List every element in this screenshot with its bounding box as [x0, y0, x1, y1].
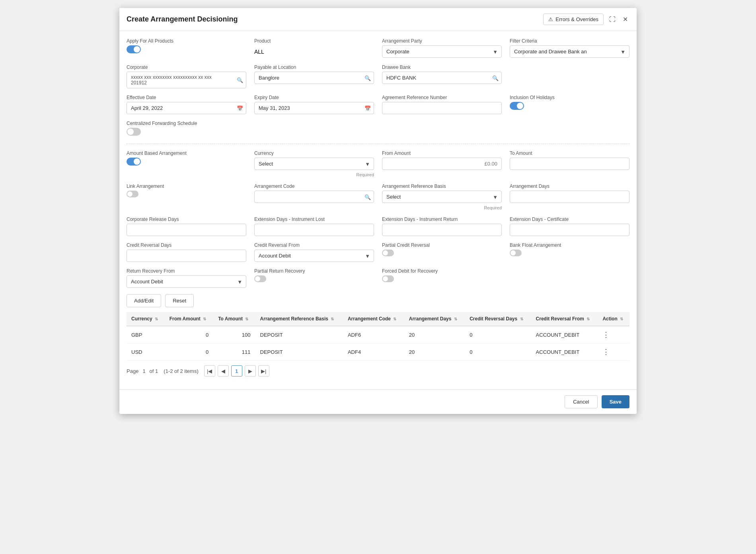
arrangement-code-search-icon[interactable]: 🔍 [364, 194, 371, 200]
arrangement-ref-basis-select[interactable]: Select [382, 191, 502, 203]
amount-based-label: Amount Based Arrangement [127, 150, 246, 156]
centralized-forwarding-group: Centralized Forwarding Schedule [127, 121, 250, 136]
forced-debit-toggle[interactable] [382, 275, 502, 282]
expiry-date-group: Expiry Date 📅 [254, 95, 374, 114]
bank-float-switch[interactable] [510, 250, 522, 256]
col-arrangement-code[interactable]: Arrangement Code ⇅ [343, 312, 404, 326]
partial-return-recovery-toggle[interactable] [254, 275, 374, 282]
currency-required: Required [254, 172, 374, 177]
col-credit-reversal-days[interactable]: Credit Reversal Days ⇅ [465, 312, 531, 326]
currency-label: Currency [254, 150, 374, 156]
col-to-amount[interactable]: To Amount ⇅ [213, 312, 255, 326]
col-arrangement-ref-basis[interactable]: Arrangement Reference Basis ⇅ [255, 312, 343, 326]
col-action[interactable]: Action ⇅ [598, 312, 629, 326]
row-action-menu-button[interactable]: ⋮ [602, 330, 610, 339]
errors-overrides-button[interactable]: ⚠ Errors & Overrides [543, 14, 604, 25]
credit-reversal-days-input[interactable] [127, 250, 246, 262]
filter-criteria-select[interactable]: Corporate and Drawee Bank an [510, 45, 629, 58]
save-button[interactable]: Save [602, 395, 629, 408]
next-page-button[interactable]: ▶ [245, 365, 256, 376]
sort-icon-arrangement-days: ⇅ [454, 317, 457, 321]
centralized-forwarding-label: Centralized Forwarding Schedule [127, 121, 250, 126]
sort-icon-from-amount: ⇅ [203, 317, 206, 321]
inclusion-holidays-toggle[interactable] [510, 102, 629, 110]
placeholder-group-3 [510, 268, 629, 288]
expiry-date-calendar-icon[interactable]: 📅 [364, 105, 371, 111]
extension-instrument-lost-label: Extension Days - Instrument Lost [254, 217, 374, 222]
extension-certificate-input[interactable] [510, 224, 629, 236]
amount-based-switch[interactable] [127, 158, 141, 166]
arrangement-row-1: Amount Based Arrangement Currency Select… [127, 150, 629, 177]
partial-credit-reversal-toggle[interactable] [382, 250, 502, 256]
col-from-amount[interactable]: From Amount ⇅ [165, 312, 213, 326]
currency-select[interactable]: Select [254, 158, 374, 170]
extension-instrument-return-input[interactable] [382, 224, 502, 236]
link-arrangement-toggle[interactable] [127, 191, 246, 197]
row-4: Centralized Forwarding Schedule [127, 121, 629, 136]
cell-from-amount: 0 [165, 326, 213, 343]
apply-all-products-toggle[interactable] [127, 45, 246, 53]
credit-reversal-from-group: Credit Reversal From Account Debit ▼ [254, 242, 374, 262]
col-currency[interactable]: Currency ⇅ [127, 312, 165, 326]
col-arrangement-days[interactable]: Arrangement Days ⇅ [404, 312, 465, 326]
arrangement-code-input[interactable] [254, 191, 374, 203]
drawee-bank-search-icon[interactable]: 🔍 [492, 75, 499, 81]
credit-reversal-from-select[interactable]: Account Debit [254, 250, 374, 262]
to-amount-input[interactable] [510, 158, 629, 170]
arrangement-row-3: Corporate Release Days Extension Days - … [127, 217, 629, 236]
modal-footer: Cancel Save [119, 389, 637, 414]
partial-return-recovery-switch[interactable] [254, 275, 266, 282]
return-recovery-from-select[interactable]: Account Debit [127, 275, 246, 288]
bank-float-toggle[interactable] [510, 250, 629, 256]
centralized-forwarding-toggle[interactable] [127, 128, 250, 136]
search-icon[interactable]: 🔍 [237, 77, 243, 83]
link-arrangement-switch[interactable] [127, 191, 138, 197]
agreement-ref-input[interactable] [382, 102, 502, 114]
centralized-forwarding-switch[interactable] [127, 128, 141, 136]
inclusion-holidays-group: Inclusion Of Holidays [510, 95, 629, 114]
corporate-release-days-group: Corporate Release Days [127, 217, 246, 236]
arrangement-days-input[interactable] [510, 191, 629, 203]
payable-search-icon[interactable]: 🔍 [364, 75, 371, 81]
expiry-date-input[interactable] [254, 102, 374, 114]
sort-icon-arrangement-ref-basis: ⇅ [331, 317, 334, 321]
link-arrangement-group: Link Arrangement [127, 183, 246, 210]
partial-credit-reversal-group: Partial Credit Reversal [382, 242, 502, 262]
modal-body: Apply For All Products Product ALL Arran… [119, 31, 637, 389]
action-buttons-row: Add/Edit Reset [127, 294, 629, 307]
toggle-switch-on[interactable] [127, 45, 141, 53]
page-label: Page [127, 368, 138, 374]
extension-instrument-lost-input[interactable] [254, 224, 374, 236]
cancel-button[interactable]: Cancel [565, 395, 597, 408]
close-button[interactable]: ✕ [621, 14, 629, 25]
partial-credit-reversal-switch[interactable] [382, 250, 394, 256]
effective-date-calendar-icon[interactable]: 📅 [237, 105, 243, 111]
cell-credit-reversal-from: ACCOUNT_DEBIT [531, 326, 598, 343]
corporate-release-days-label: Corporate Release Days [127, 217, 246, 222]
corporate-input-wrap: xxxxx xxx xxxxxxxx xxxxxxxxxx xx xxx 201… [127, 72, 246, 88]
reset-button[interactable]: Reset [165, 294, 194, 307]
corporate-release-days-input[interactable] [127, 224, 246, 236]
add-edit-button[interactable]: Add/Edit [127, 294, 161, 307]
forced-debit-switch[interactable] [382, 275, 394, 282]
effective-date-input[interactable] [127, 102, 246, 114]
from-amount-input[interactable] [382, 158, 502, 170]
col-credit-reversal-from[interactable]: Credit Reversal From ⇅ [531, 312, 598, 326]
first-page-button[interactable]: |◀ [204, 365, 215, 376]
row-1: Apply For All Products Product ALL Arran… [127, 38, 629, 58]
table-row: USD 0 111 DEPOSIT ADF4 20 0 ACCOUNT_DEBI… [127, 343, 629, 361]
drawee-bank-input[interactable] [382, 72, 502, 84]
currency-select-wrap: Select ▼ [254, 158, 374, 170]
inclusion-holidays-switch[interactable] [510, 102, 524, 110]
forced-debit-group: Forced Debit for Recovery [382, 268, 502, 288]
product-group: Product ALL [254, 38, 374, 58]
payable-location-input[interactable] [254, 72, 374, 84]
page-1-button[interactable]: 1 [231, 365, 242, 376]
amount-based-toggle[interactable] [127, 158, 246, 166]
row-action-menu-button[interactable]: ⋮ [602, 347, 610, 356]
cell-action: ⋮ [598, 326, 629, 343]
arrangement-party-select[interactable]: Corporate [382, 45, 502, 58]
expand-button[interactable]: ⛶ [608, 14, 617, 25]
prev-page-button[interactable]: ◀ [218, 365, 229, 376]
last-page-button[interactable]: ▶| [258, 365, 269, 376]
